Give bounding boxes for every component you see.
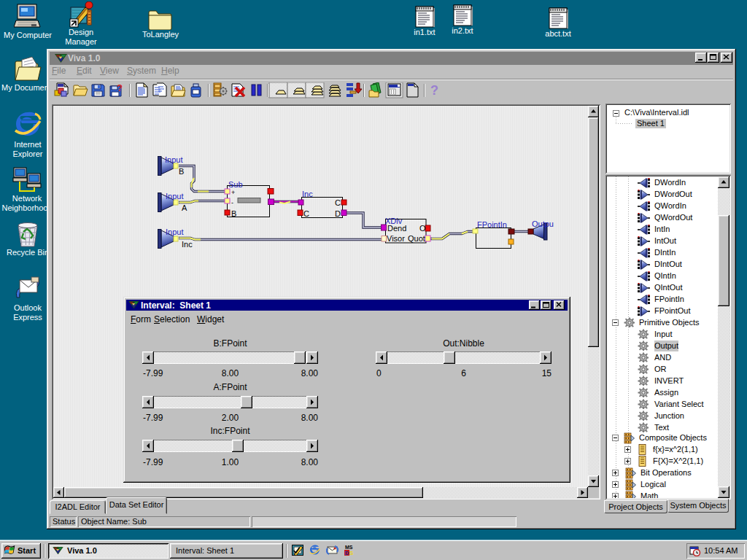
svg-text:Sub: Sub	[228, 180, 243, 189]
svg-text:FPointIn: FPointIn	[477, 220, 507, 229]
svg-text:C: C	[303, 209, 309, 218]
svg-text:D: D	[345, 551, 349, 556]
svg-text:Input: Input	[166, 192, 183, 201]
svg-text:Visor: Visor	[387, 234, 405, 243]
svg-text:A: A	[182, 203, 187, 212]
svg-text:Dend: Dend	[387, 224, 406, 233]
svg-text:?: ?	[430, 83, 438, 98]
svg-text:B: B	[179, 167, 184, 176]
svg-text:MS: MS	[345, 545, 353, 550]
svg-text:O: O	[419, 224, 426, 233]
svg-text:B: B	[231, 209, 236, 218]
svg-text:D: D	[335, 209, 341, 218]
svg-text:-: -	[231, 199, 233, 206]
svg-text:Inc: Inc	[302, 190, 313, 198]
svg-text:Input: Input	[165, 155, 182, 164]
svg-text:Quot: Quot	[408, 234, 425, 243]
svg-text:Outpu: Outpu	[532, 219, 554, 228]
svg-text:?: ?	[117, 82, 123, 93]
svg-text:Input: Input	[166, 228, 183, 236]
svg-text:C: C	[335, 198, 341, 207]
svg-text:+: +	[231, 189, 235, 196]
svg-text:Inc: Inc	[182, 240, 193, 249]
svg-text:S: S	[349, 550, 354, 556]
